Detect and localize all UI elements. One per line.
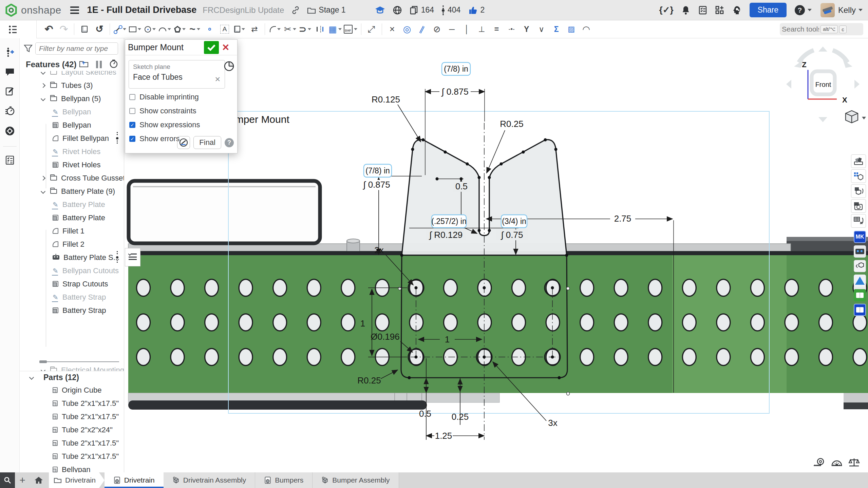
- part-row[interactable]: Tube 2"x1"x17.5": [20, 410, 124, 423]
- view-settings-cube-icon[interactable]: [846, 111, 866, 123]
- checkbox-row[interactable]: Disable imprinting: [129, 93, 199, 101]
- feature-row[interactable]: Battery Plate: [20, 211, 124, 224]
- feature-row[interactable]: ✎Battery Strap: [20, 290, 124, 304]
- point-tool[interactable]: [202, 22, 217, 37]
- pause-icon[interactable]: [96, 61, 102, 68]
- equal-constraint[interactable]: =: [489, 22, 504, 37]
- stage-label[interactable]: Stage 1: [319, 5, 345, 15]
- fix-constraint[interactable]: ▨: [564, 22, 579, 37]
- sketch-entities-flyout-button[interactable]: [125, 248, 140, 266]
- link-icon[interactable]: [291, 6, 300, 14]
- offset-tool[interactable]: ⊃: [298, 22, 313, 37]
- revolve-icon[interactable]: ↺: [92, 22, 107, 37]
- dimension-tool[interactable]: ⤢: [364, 22, 379, 37]
- help-icon[interactable]: ?: [795, 5, 805, 15]
- sketch-plane-field[interactable]: Sketch plane Face of Tubes ✕: [129, 60, 225, 89]
- feature-row[interactable]: Fillet Bellypan: [20, 132, 124, 145]
- performance-icon[interactable]: [5, 106, 15, 117]
- filter-input[interactable]: [35, 42, 118, 55]
- fillet-tool[interactable]: [268, 22, 283, 37]
- green-book-app-button[interactable]: [854, 289, 866, 301]
- parallel-constraint[interactable]: ∥: [415, 22, 430, 37]
- arc-tool[interactable]: [157, 22, 172, 37]
- feature-row[interactable]: ✎Bellypan Cutouts: [20, 264, 124, 277]
- normal-constraint[interactable]: ∨: [534, 22, 549, 37]
- featurescript-icon[interactable]: [5, 126, 15, 137]
- selection-pie-icon[interactable]: [224, 61, 234, 73]
- vertical-constraint[interactable]: │: [459, 22, 474, 37]
- checkbox-row[interactable]: ✓ Show expressions: [129, 120, 200, 129]
- tables-button[interactable]: [851, 214, 866, 228]
- configurations-button[interactable]: [851, 169, 866, 183]
- appearance-button[interactable]: [851, 154, 866, 168]
- feature-list-toggle-button[interactable]: [0, 20, 37, 38]
- curvature-constraint[interactable]: ◠: [579, 22, 594, 37]
- checkbox-row[interactable]: ✓ Show errors: [129, 134, 180, 143]
- dialog-help-icon[interactable]: ?: [225, 138, 234, 147]
- filter-icon[interactable]: [24, 44, 33, 53]
- undo-button[interactable]: ↶: [41, 22, 56, 37]
- checkbox-row[interactable]: Show constraints: [129, 107, 196, 115]
- part-row[interactable]: Tube 2"x2"x24": [20, 423, 124, 436]
- help-caret-icon[interactable]: [808, 9, 812, 11]
- feature-row[interactable]: Layout Sketches: [20, 71, 124, 79]
- pattern-tool[interactable]: ▦: [327, 22, 343, 37]
- mkcad-app-button[interactable]: MK: [854, 231, 866, 243]
- coincident-constraint[interactable]: ×: [385, 22, 400, 37]
- tape-measure-icon[interactable]: [813, 457, 825, 469]
- cancel-button[interactable]: ✕: [219, 41, 232, 54]
- import-dxf-tool[interactable]: DXF: [343, 22, 358, 37]
- polygon-tool[interactable]: [172, 22, 187, 37]
- copies-icon[interactable]: [410, 5, 418, 15]
- horizontal-constraint[interactable]: ─: [445, 22, 459, 37]
- parts-header-row[interactable]: Parts (12): [20, 371, 124, 383]
- tab-bumper-assembly[interactable]: Bumper Assembly: [313, 472, 399, 488]
- text-tool[interactable]: A: [217, 22, 232, 37]
- feature-row[interactable]: Battery Plate (9): [20, 185, 124, 198]
- feature-row[interactable]: ✎Battery Plate: [20, 198, 124, 211]
- feature-row[interactable]: Strap Cutouts: [20, 277, 124, 290]
- tab-drivetrain[interactable]: Drivetrain: [105, 472, 164, 488]
- breadcrumb-tab[interactable]: Drivetrain: [49, 472, 105, 488]
- bell-icon[interactable]: [681, 5, 691, 15]
- comments-icon[interactable]: [5, 68, 15, 78]
- sketch-view-button[interactable]: [177, 136, 190, 149]
- thumbs-up-icon[interactable]: [468, 5, 477, 15]
- feature-row[interactable]: Tubes (3): [20, 79, 124, 92]
- versions-icon[interactable]: [5, 47, 14, 59]
- graduation-cap-icon[interactable]: [375, 6, 385, 15]
- home-tab-button[interactable]: [30, 472, 48, 488]
- part-row[interactable]: Tube 2"x1"x17.5": [20, 436, 124, 450]
- rollback-bar[interactable]: [20, 360, 124, 363]
- document-title[interactable]: 1E - Full Detail Drivebase: [87, 5, 197, 15]
- scales-icon[interactable]: [848, 457, 860, 469]
- symmetric-constraint[interactable]: Σ: [549, 22, 564, 37]
- mirror-tool[interactable]: [313, 22, 327, 37]
- extrude-icon[interactable]: [77, 22, 92, 37]
- insert-parts-app-button[interactable]: [854, 260, 866, 272]
- feature-row[interactable]: Bellypan (5): [20, 92, 124, 105]
- line-tool[interactable]: [113, 22, 128, 37]
- braces-check-icon[interactable]: {✓}: [659, 5, 674, 15]
- tab-bumpers[interactable]: Bumpers: [255, 472, 313, 488]
- ai-head-icon[interactable]: [732, 5, 741, 15]
- add-folder-icon[interactable]: +: [79, 60, 89, 69]
- protractor-icon[interactable]: [831, 457, 843, 469]
- peak-app-button[interactable]: [854, 275, 866, 287]
- document-menu-icon[interactable]: [70, 6, 79, 14]
- feature-row[interactable]: Battery Plate S...: [20, 251, 124, 264]
- trim-extend-tool[interactable]: ⇄: [247, 22, 262, 37]
- notes-icon[interactable]: [5, 87, 15, 97]
- feature-row-clipped[interactable]: Electrical Mounting (4): [20, 363, 124, 371]
- feature-row[interactable]: Bellypan: [20, 118, 124, 132]
- redo-button[interactable]: ↷: [56, 22, 71, 37]
- feature-row[interactable]: ✎Rivet Holes: [20, 145, 124, 158]
- spline-tool[interactable]: ~: [187, 22, 202, 37]
- named-views-button[interactable]: [851, 199, 866, 213]
- search-tabs-button[interactable]: [0, 472, 15, 488]
- part-row[interactable]: Tube 2"x1"x17.5": [20, 450, 124, 463]
- blue-book-app-button[interactable]: [854, 304, 866, 316]
- version-dots-icon[interactable]: [441, 5, 445, 15]
- onshape-logo-icon[interactable]: [5, 4, 18, 17]
- user-menu-caret-icon[interactable]: [858, 9, 863, 11]
